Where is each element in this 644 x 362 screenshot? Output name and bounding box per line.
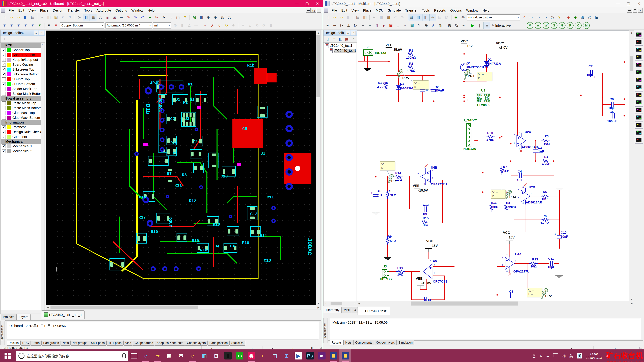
pin-panel-button[interactable]: ▴ [346,31,350,35]
volume-icon[interactable]: ◁) [562,354,566,358]
menu-edit[interactable]: Edit [339,8,349,12]
layer-color-swatch[interactable] [7,130,11,134]
menu-view[interactable]: View [26,8,38,12]
multisim-icon[interactable]: ≣ [328,350,340,362]
layer-item-3d-info-top[interactable]: 3D-Info Top [1,77,44,82]
stop-simulation-button[interactable]: ■ [484,22,490,29]
display-icon[interactable] [553,354,558,358]
tray-expand-icon[interactable]: ∧ [540,354,542,358]
menu-tools[interactable]: Tools [420,8,432,12]
units-select[interactable]: mil▾ [153,22,171,28]
menu-view[interactable]: View [349,8,361,12]
panel-tab-layers[interactable]: Layers [16,314,30,320]
follow-icon[interactable]: ⇥ [118,14,125,21]
layer-color-swatch[interactable] [7,82,11,86]
menu-file[interactable]: File [6,8,16,12]
help-icon[interactable]: ? [182,14,188,21]
hierarchical-icon[interactable]: ⧉ [453,22,460,29]
distortion-analyzer-icon[interactable] [634,114,643,121]
sheet-tab-simulation[interactable]: Simulation [397,340,414,345]
sheet-tab-smt-pads[interactable]: SMT pads [89,341,106,346]
pcb-horizontal-scrollbar[interactable]: ◀ ▶ [46,305,321,310]
pcb-vertical-scrollbar[interactable]: ▲ ▼ [316,30,321,305]
place-part-icon[interactable]: ▣ [104,14,111,21]
menu-options[interactable]: Options [448,8,464,12]
rect-select-icon[interactable]: ▢ [174,14,181,21]
layer-item-keep-in-keep-out[interactable]: ✓Keep-in/keep-out [1,57,44,62]
menu-autoroute[interactable]: Autoroute [94,8,113,12]
zoom-fit-icon[interactable]: ◎ [586,14,593,21]
indicator-icon[interactable]: ▣ [388,22,394,29]
filter-trace-icon[interactable]: ▼ [8,22,15,29]
sheet-tab-results[interactable]: Results [7,341,20,346]
word-generator-icon[interactable] [634,84,643,91]
schematic-horizontal-scrollbar[interactable]: ◀ ▶ [357,301,634,306]
panel-tab-projects[interactable]: Projects [1,314,16,320]
layer-item-mechanical-2[interactable]: ✓Mechanical 2 [1,149,44,153]
bode-plotter-icon[interactable] [634,69,643,76]
layer-item-mechanical-1[interactable]: ✓Mechanical 1 [1,144,44,149]
iv-analyzer-icon[interactable] [634,106,643,113]
frequency-counter-icon[interactable] [634,76,643,83]
layer-item-glue-mask-bottom[interactable]: Glue Mask Bottom [1,115,44,120]
swap-icon[interactable]: ⇵ [268,22,274,29]
layer-color-swatch[interactable] [7,72,11,76]
spreadsheet-side-tab[interactable]: Spreadsheet [0,321,5,345]
open-icon[interactable]: ▱ [8,14,15,21]
menu-simulate[interactable]: Simulate [386,8,403,12]
in-use-list-select[interactable]: --- In-Use List ---▾ [467,14,520,20]
oscilloscope-icon[interactable] [634,54,643,61]
mic-icon[interactable] [122,353,126,358]
lv-probe-icon[interactable]: P [567,22,574,29]
new-icon[interactable]: ▯ [1,14,8,21]
store-icon[interactable]: ▣ [163,350,175,362]
save-sheet-icon[interactable]: ◧ [338,36,344,42]
help-icon[interactable]: ? [556,14,563,21]
sheet-tab-tht-pads[interactable]: THT pads [106,341,124,346]
layer-color-swatch[interactable] [7,144,11,148]
sheet-tab-keep-ins-keep-outs[interactable]: Keep-ins/Keep-outs [155,341,185,346]
grid-select[interactable]: Automatic (10.0000 mil)▾ [106,22,152,28]
layer-item-solder-mask-top[interactable]: Solder Mask Top [1,86,44,91]
layer-checkbox[interactable] [2,116,6,120]
lv-wattmeter-icon[interactable]: W [543,22,550,29]
layer-color-swatch[interactable] [7,101,11,105]
layer-color-swatch[interactable] [7,77,11,81]
drc-icon[interactable]: ✓ [202,22,209,29]
doc-note-icon[interactable]: ▤ [344,36,350,42]
pin-panel-button[interactable]: ▴ [34,31,38,35]
ttl-icon[interactable]: ⌐ [360,22,366,29]
filter-part-icon[interactable]: ▼ [29,22,36,29]
lamp-icon[interactable]: ◍ [172,22,178,29]
toolbox-filter-icon[interactable]: T [2,36,8,42]
print-icon[interactable]: ▤ [354,14,361,21]
copy-icon[interactable]: ▥ [378,14,384,21]
filter-all-icon[interactable]: ▼ [36,22,43,29]
sheet-tab-statistics[interactable]: Statistics [230,341,245,346]
logic-analyzer-icon[interactable] [634,91,643,98]
tidy-icon[interactable]: ▴ [246,22,253,29]
print-icon[interactable]: ▤ [29,14,36,21]
close-button[interactable]: ✕ [634,0,644,7]
menu-design[interactable]: Design [51,8,66,12]
refresh-icon[interactable]: ↻ [223,22,230,29]
spreadsheet-icon[interactable]: ▥ [198,14,204,21]
maximize-button[interactable]: ▢ [302,0,312,7]
open-icon[interactable]: ▱ [331,14,338,21]
menu-mcu[interactable]: MCU [374,8,386,12]
paint-icon[interactable]: ◐ [257,350,269,362]
select-icon[interactable]: ➤ [76,14,83,21]
mcu-icon[interactable]: ▩ [446,22,453,29]
rf-icon[interactable]: Y [416,22,422,29]
cmos-icon[interactable]: ⌐ [366,22,373,29]
dash-icon[interactable]: — [193,22,200,29]
layer-color-swatch[interactable] [7,67,11,71]
place-via-icon[interactable]: ◉ [111,14,118,21]
layer-item-paste-mask-top[interactable]: Paste Mask Top [1,101,44,106]
toggle-description-icon[interactable]: ▤ [436,14,443,21]
menu-transfer[interactable]: Transfer [66,8,82,12]
preview-icon[interactable]: ▥ [362,14,368,21]
database-icon[interactable]: ◎ [460,14,466,21]
forward-annotate-icon[interactable]: ⇨ [542,14,548,21]
shield-icon[interactable]: ◈ [230,22,237,29]
